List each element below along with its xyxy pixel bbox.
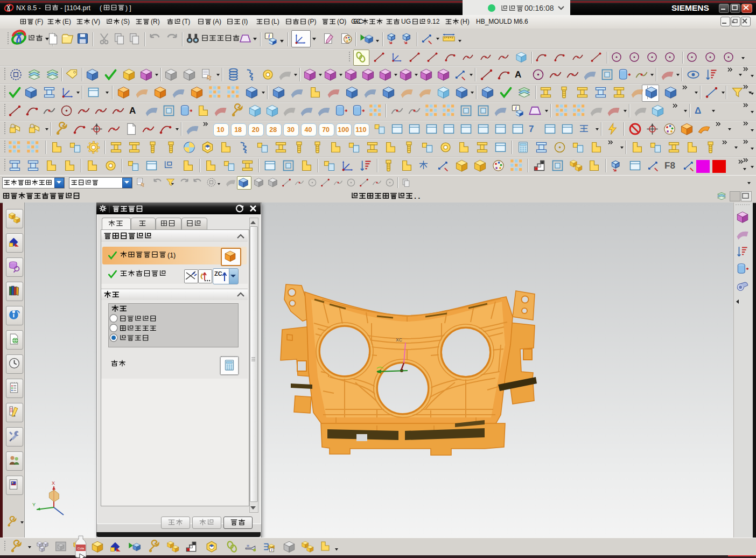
svg-text:110: 110: [355, 126, 366, 134]
svg-text:100: 100: [338, 126, 349, 134]
svg-text:(: (: [100, 4, 102, 12]
svg-text:Y: Y: [32, 502, 36, 507]
svg-text:(R): (R): [151, 18, 160, 25]
svg-text:9.12: 9.12: [427, 18, 440, 25]
svg-text:(I): (I): [242, 18, 248, 25]
svg-text:ZC: ZC: [214, 270, 222, 277]
svg-text:(V): (V): [92, 18, 100, 25]
svg-text:NX 8.5 -: NX 8.5 -: [16, 4, 41, 12]
svg-text:A: A: [129, 106, 136, 116]
svg-text:(T): (T): [182, 18, 190, 25]
svg-text:) ]: ) ]: [125, 4, 131, 12]
svg-text:- [1104.prt: - [1104.prt: [60, 4, 91, 12]
svg-text:SIEMENS: SIEMENS: [671, 3, 709, 12]
svg-text:Δ: Δ: [695, 106, 701, 116]
svg-text:28: 28: [269, 126, 277, 134]
svg-text:(O): (O): [337, 18, 346, 25]
svg-text:HB_MOULD M6.6: HB_MOULD M6.6: [476, 18, 528, 25]
svg-text:18: 18: [234, 126, 242, 134]
svg-text:(A): (A): [213, 18, 221, 25]
svg-text:UG: UG: [401, 18, 411, 25]
svg-text:GC: GC: [351, 18, 361, 25]
svg-text:(S): (S): [121, 18, 130, 25]
svg-text:. . .: . . .: [410, 192, 420, 200]
svg-text:00:16:08: 00:16:08: [524, 4, 554, 12]
svg-text:(1): (1): [167, 252, 176, 259]
svg-text:(E): (E): [62, 18, 71, 25]
svg-text:Cola: Cola: [78, 547, 85, 550]
svg-text:20: 20: [252, 126, 260, 134]
svg-text:40: 40: [305, 126, 312, 134]
svg-text:70: 70: [322, 126, 330, 134]
svg-text:XC: XC: [396, 337, 402, 343]
svg-text:A: A: [515, 69, 521, 80]
svg-text:10: 10: [217, 126, 225, 134]
svg-text:X: X: [52, 480, 55, 486]
svg-text:(L): (L): [271, 18, 279, 25]
svg-text:30: 30: [287, 126, 295, 134]
svg-text:(P): (P): [308, 18, 317, 25]
svg-text:7: 7: [529, 124, 534, 134]
svg-text:F8: F8: [664, 161, 675, 171]
svg-text:(H): (H): [460, 18, 470, 25]
svg-text:(F): (F): [35, 18, 43, 25]
